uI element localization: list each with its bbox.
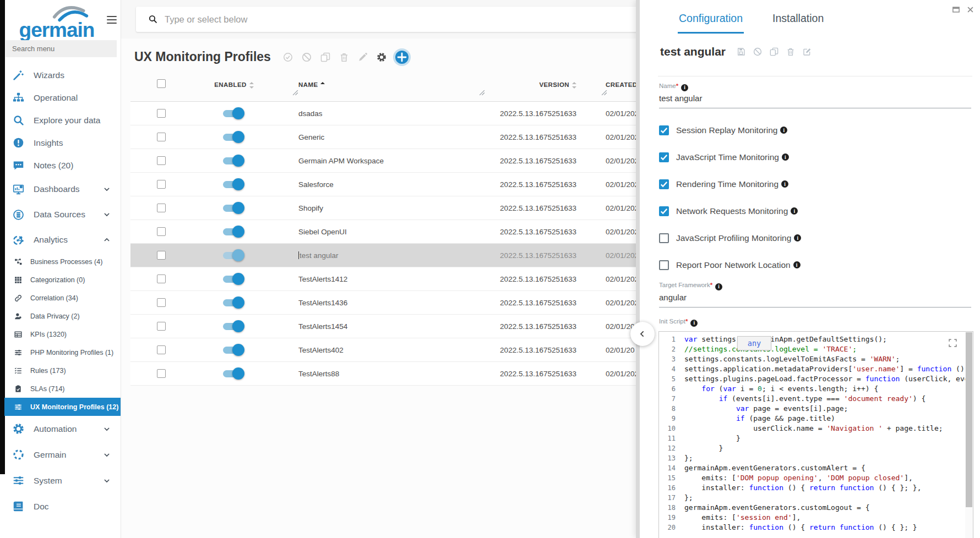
row-checkbox[interactable] xyxy=(157,156,166,165)
enabled-toggle[interactable] xyxy=(223,299,243,306)
sidebar-group-automation[interactable]: Automation xyxy=(5,416,121,442)
column-resize-grip[interactable] xyxy=(292,90,298,96)
duplicate-button[interactable] xyxy=(770,47,778,56)
code-line[interactable]: 3settings.constants.logLevelToEmitAsFact… xyxy=(659,354,973,364)
row-checkbox[interactable] xyxy=(157,298,166,307)
enabled-toggle[interactable] xyxy=(223,181,243,188)
delete-button[interactable] xyxy=(786,47,795,56)
info-icon[interactable]: i xyxy=(781,180,788,188)
enabled-toggle[interactable] xyxy=(223,205,243,212)
sidebar-item-business-processes-4[interactable]: Business Processes (4) xyxy=(5,252,121,271)
delete-button[interactable] xyxy=(339,52,349,62)
code-line[interactable]: 5settings.plugins.pageLoad.factProcessor… xyxy=(659,374,973,384)
code-line[interactable]: 10 userClick.name = 'Navigation ' + page… xyxy=(659,424,973,433)
enabled-toggle[interactable] xyxy=(223,323,243,330)
tab-configuration[interactable]: Configuration xyxy=(678,12,744,34)
column-resize-grip[interactable] xyxy=(601,90,607,96)
row-checkbox[interactable] xyxy=(157,109,166,118)
code-line[interactable]: 16 installer: function () { return funct… xyxy=(659,483,973,493)
code-line[interactable]: 17}; xyxy=(659,493,973,503)
tab-installation[interactable]: Installation xyxy=(771,12,825,34)
option-session-replay-monitoring[interactable]: Session Replay Monitoringi xyxy=(659,117,801,144)
sidebar-group-analytics[interactable]: Analytics xyxy=(5,227,121,252)
duplicate-button[interactable] xyxy=(320,52,330,62)
code-line[interactable]: 20 installer: function () { return funct… xyxy=(659,523,973,532)
info-icon[interactable]: i xyxy=(690,320,698,327)
code-line[interactable]: 15 emits: ['DOM popup opening', 'DOM pop… xyxy=(659,473,973,483)
enabled-toggle[interactable] xyxy=(223,276,243,283)
option-javascript-time-monitoring[interactable]: JavaScript Time Monitoringi xyxy=(659,144,801,171)
option-javascript-profiling-monitoring[interactable]: JavaScript Profiling Monitoringi xyxy=(659,224,801,251)
disable-button[interactable] xyxy=(753,47,762,56)
checkbox-checked[interactable] xyxy=(659,125,669,135)
column-header-version[interactable]: VERSION xyxy=(483,81,576,89)
panel-resize-edge[interactable] xyxy=(636,0,640,538)
save-button[interactable] xyxy=(737,47,745,56)
code-line[interactable]: 4settings.application.metadataProviders[… xyxy=(659,364,973,374)
checkbox-checked[interactable] xyxy=(659,152,669,162)
enabled-toggle[interactable] xyxy=(223,252,243,259)
info-icon[interactable]: i xyxy=(793,261,801,268)
fullscreen-icon[interactable] xyxy=(948,338,957,348)
info-icon[interactable]: i xyxy=(780,127,787,134)
sidebar-item-data-privacy-2[interactable]: Data Privacy (2) xyxy=(5,307,121,325)
enabled-toggle[interactable] xyxy=(223,228,243,235)
edit-button[interactable] xyxy=(358,52,368,62)
enabled-toggle[interactable] xyxy=(223,134,243,141)
code-line[interactable]: 11 } xyxy=(659,433,973,443)
select-all-checkbox[interactable] xyxy=(157,79,166,88)
row-checkbox[interactable] xyxy=(157,251,166,260)
settings-button[interactable] xyxy=(377,52,386,62)
option-rendering-time-monitoring[interactable]: Rendering Time Monitoringi xyxy=(659,171,801,197)
maximize-window-icon[interactable] xyxy=(952,6,960,14)
column-header-enabled[interactable]: ENABLED xyxy=(195,81,273,89)
sidebar-item-categorization-0[interactable]: Categorization (0) xyxy=(5,271,121,289)
code-line[interactable]: 1var settings = germainApm.getDefaultSet… xyxy=(659,334,973,344)
enabled-toggle[interactable] xyxy=(223,347,243,354)
enabled-toggle[interactable] xyxy=(223,370,243,377)
editor-scrollbar-thumb[interactable] xyxy=(966,332,972,507)
edit-button[interactable] xyxy=(803,47,812,56)
sidebar-group-doc[interactable]: Doc xyxy=(5,493,121,519)
row-checkbox[interactable] xyxy=(157,322,166,331)
info-icon[interactable]: i xyxy=(782,153,789,161)
code-line[interactable]: 18germainApm.eventGenerators.customLogou… xyxy=(659,503,973,513)
row-checkbox[interactable] xyxy=(157,204,166,212)
row-checkbox[interactable] xyxy=(157,275,166,283)
sidebar-group-data-sources[interactable]: Data Sources xyxy=(5,202,121,227)
row-checkbox[interactable] xyxy=(157,227,166,236)
target-framework-value[interactable]: angular xyxy=(659,290,971,308)
add-button[interactable] xyxy=(395,51,409,64)
init-script-editor[interactable]: 1var settings = germainApm.getDefaultSet… xyxy=(658,331,973,538)
sidebar-item-kpis-1320[interactable]: KPIs (1320) xyxy=(5,325,121,343)
close-panel-icon[interactable] xyxy=(966,6,974,14)
option-report-poor-network-location[interactable]: Report Poor Network Locationi xyxy=(659,251,801,278)
sidebar-item-ux-monitoring-profiles-12[interactable]: UX Monitoring Profiles (12) xyxy=(4,398,121,416)
column-resize-grip[interactable] xyxy=(479,90,485,96)
code-line[interactable]: 13}; xyxy=(659,453,973,463)
code-line[interactable]: 8 var page = events[i].page; xyxy=(659,404,973,414)
sidebar-search-input[interactable] xyxy=(6,40,117,57)
sidebar-item-rules-173[interactable]: Rules (173) xyxy=(5,361,121,380)
option-network-requests-monitoring[interactable]: Network Requests Monitoringi xyxy=(659,197,801,224)
code-line[interactable]: 9 if (page && page.title) xyxy=(659,414,973,424)
sidebar-item-notes-20[interactable]: Notes (20) xyxy=(5,154,121,177)
code-line[interactable]: 2//settings.constants.logLevel = 'TRACE'… xyxy=(659,344,973,354)
code-line[interactable]: 6 for (var i = 0; i < events.length; i++… xyxy=(659,384,973,394)
panel-collapse-button[interactable] xyxy=(630,322,655,346)
sidebar-item-insights[interactable]: Insights xyxy=(5,131,121,154)
sidebar-group-germain[interactable]: Germain xyxy=(5,442,121,468)
checkbox-checked[interactable] xyxy=(659,179,669,189)
hamburger-menu-icon[interactable] xyxy=(107,16,117,24)
info-icon[interactable]: i xyxy=(715,283,722,290)
sidebar-item-slas-714[interactable]: SLAs (714) xyxy=(5,380,121,398)
info-icon[interactable]: i xyxy=(791,207,798,215)
sidebar-group-dashboards[interactable]: Dashboards xyxy=(5,177,121,202)
approve-button[interactable] xyxy=(283,52,293,62)
sidebar-item-operational[interactable]: Operational xyxy=(5,86,121,109)
checkbox-unchecked[interactable] xyxy=(659,233,669,243)
row-checkbox[interactable] xyxy=(157,180,166,189)
info-icon[interactable]: i xyxy=(794,234,801,241)
row-checkbox[interactable] xyxy=(157,369,166,378)
sidebar-item-wizards[interactable]: Wizards xyxy=(5,64,121,86)
